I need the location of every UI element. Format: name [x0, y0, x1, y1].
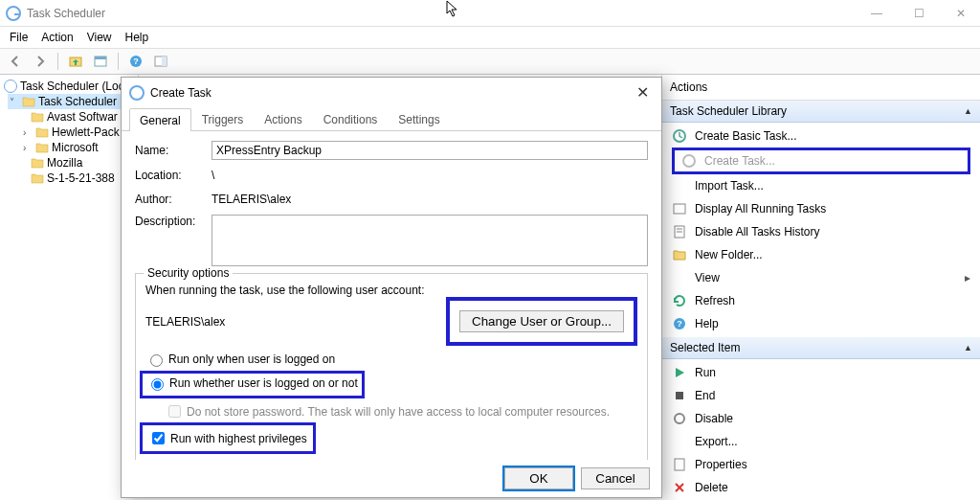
check-highest-priv[interactable]: Run with highest privileges — [148, 429, 307, 447]
location-value: \ — [212, 167, 214, 184]
action-refresh[interactable]: Refresh — [662, 289, 980, 312]
tab-conditions[interactable]: Conditions — [313, 107, 389, 130]
menu-action[interactable]: Action — [41, 31, 73, 44]
folder-icon — [35, 126, 49, 138]
show-hide-button[interactable] — [91, 52, 110, 71]
description-label: Description: — [135, 215, 212, 228]
action-import-task[interactable]: Import Task... — [662, 174, 980, 197]
tree-item-label: S-1-5-21-388 — [47, 171, 115, 185]
action-help[interactable]: ? Help — [662, 312, 980, 335]
action-end[interactable]: End — [662, 384, 980, 407]
dialog-icon — [129, 85, 145, 101]
action-label: Run — [695, 366, 716, 379]
action-label: Properties — [695, 458, 747, 471]
tree-item-hp[interactable]: › Hewlett-Pack — [8, 125, 136, 140]
menu-file[interactable]: File — [10, 31, 28, 44]
action-label: Help — [695, 317, 719, 330]
action-disable-history[interactable]: Disable All Tasks History — [662, 220, 980, 243]
forward-button[interactable] — [31, 52, 50, 71]
highlight-box: Run with highest privileges — [140, 422, 316, 454]
radio-whether-logged[interactable]: Run whether user is logged on or not — [146, 375, 358, 391]
radio-logged-on[interactable]: Run only when user is logged on — [145, 352, 335, 367]
tree-item-label: Hewlett-Pack — [52, 125, 120, 139]
view-icon — [672, 270, 687, 285]
actions-group-label: Selected Item — [670, 341, 740, 354]
back-button[interactable] — [6, 52, 25, 71]
tree-pane: Task Scheduler (Loc ˅ Task Scheduler Li … — [0, 75, 139, 498]
tab-settings[interactable]: Settings — [388, 107, 450, 130]
minimize-button[interactable]: — — [863, 7, 890, 20]
check-no-password: Do not store password. The task will onl… — [165, 402, 610, 420]
expand-icon[interactable]: › — [23, 143, 33, 153]
menu-view[interactable]: View — [87, 31, 112, 44]
cancel-button[interactable]: Cancel — [581, 467, 650, 489]
collapse-icon[interactable]: ˅ — [10, 97, 19, 107]
action-export[interactable]: Export... — [662, 430, 980, 453]
tree-item-microsoft[interactable]: › Microsoft — [8, 140, 136, 155]
tab-general[interactable]: General — [129, 108, 191, 131]
action-label: Delete — [695, 481, 728, 494]
new-folder-icon — [672, 247, 687, 262]
action-disable[interactable]: Disable — [662, 407, 980, 430]
description-input[interactable] — [212, 215, 648, 266]
action-label: End — [695, 389, 715, 402]
actions-header: Actions — [662, 75, 980, 101]
action-create-basic-task[interactable]: Create Basic Task... — [662, 125, 980, 148]
tree-item-mozilla[interactable]: Mozilla — [15, 155, 136, 170]
action-new-folder[interactable]: New Folder... — [662, 243, 980, 266]
author-value: TELAERIS\alex — [212, 191, 291, 208]
tree-library-label: Task Scheduler Li — [38, 95, 129, 108]
dialog-close-button[interactable]: ✕ — [631, 83, 654, 102]
run-icon — [672, 365, 687, 380]
create-task-icon — [681, 153, 697, 169]
radio-logged-on-input[interactable] — [150, 354, 163, 367]
actions-pane: Actions Task Scheduler Library ▲ Create … — [661, 75, 980, 498]
action-properties[interactable]: Properties — [662, 453, 980, 476]
highlight-box: Run whether user is logged on or not — [140, 371, 365, 398]
properties-icon — [672, 457, 687, 472]
tree-library[interactable]: ˅ Task Scheduler Li — [8, 94, 136, 109]
dialog-buttons: OK Cancel — [122, 460, 661, 497]
ok-button[interactable]: OK — [504, 467, 573, 489]
security-legend: Security options — [144, 266, 233, 280]
menu-help[interactable]: Help — [125, 31, 149, 44]
help-icon[interactable]: ? — [126, 52, 145, 71]
folder-icon — [31, 157, 44, 169]
import-task-icon — [672, 178, 687, 193]
tree-item-avast[interactable]: Avast Softwar — [15, 109, 136, 125]
action-label: View — [695, 271, 720, 284]
collapse-icon: ▲ — [964, 343, 972, 352]
maximize-button[interactable]: ☐ — [905, 7, 932, 20]
end-icon — [672, 388, 687, 403]
action-label: Export... — [695, 435, 738, 448]
tree-item-sid[interactable]: S-1-5-21-388 — [15, 170, 136, 186]
up-button[interactable] — [66, 52, 85, 71]
change-user-button[interactable]: Change User or Group... — [459, 310, 624, 332]
export-icon — [672, 434, 687, 449]
tab-triggers[interactable]: Triggers — [191, 107, 255, 130]
action-delete[interactable]: Delete — [662, 476, 980, 499]
submenu-arrow-icon: ▸ — [965, 271, 970, 284]
create-basic-task-icon — [672, 128, 687, 144]
folder-icon — [31, 111, 44, 123]
close-button[interactable]: ✕ — [947, 7, 974, 20]
expand-icon[interactable]: › — [23, 127, 33, 138]
radio-label: Run only when user is logged on — [168, 352, 335, 366]
delete-icon — [672, 480, 687, 495]
folder-icon — [35, 142, 49, 153]
action-view[interactable]: View ▸ — [662, 266, 980, 289]
check-label: Run with highest privileges — [170, 432, 307, 445]
actions-group-library[interactable]: Task Scheduler Library ▲ — [662, 101, 980, 123]
action-run[interactable]: Run — [662, 361, 980, 384]
help-icon: ? — [672, 316, 687, 331]
radio-whether-logged-input[interactable] — [151, 378, 164, 391]
name-input[interactable] — [212, 141, 648, 160]
panel-button[interactable] — [151, 52, 170, 71]
action-create-task[interactable]: Create Task... — [678, 151, 965, 170]
action-display-running[interactable]: Display All Running Tasks — [662, 197, 980, 220]
actions-group-selected[interactable]: Selected Item ▲ — [662, 337, 980, 359]
tree-root[interactable]: Task Scheduler (Loc — [2, 79, 136, 94]
check-highest-priv-input[interactable] — [152, 432, 165, 444]
tab-actions[interactable]: Actions — [254, 107, 312, 130]
svg-rect-17 — [675, 459, 684, 470]
